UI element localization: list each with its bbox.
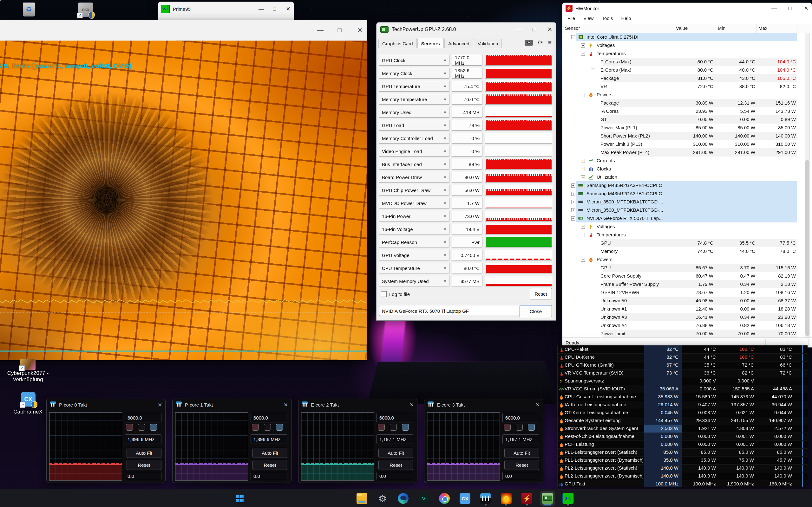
hwm-row-power-max-pl1-[interactable]: Power Max (PL1)85.00 W85.00 W85.00 W [562, 124, 812, 132]
sensor-label-dropdown[interactable]: GPU Temperature▼ [379, 81, 450, 92]
auto-fit-button[interactable]: Auto Fit [378, 448, 413, 458]
hwm-row-16-pin-12vhpwr[interactable]: 16-PIN 12VHPWR78.67 W1.20 W108.16 W [562, 288, 812, 297]
expand-icon[interactable]: + [591, 60, 595, 64]
close-icon[interactable]: ✕ [158, 402, 162, 408]
taskbar-app-settings[interactable]: ⚙ [375, 491, 390, 506]
hwm-row-gpu[interactable]: GPU85.67 W3.70 W115.16 W [562, 264, 812, 272]
sensor-label-dropdown[interactable]: CPU Temperature▼ [379, 263, 450, 274]
expand-icon[interactable]: + [581, 225, 585, 229]
tab-graphics-card[interactable]: Graphics Card [378, 39, 417, 48]
menu-help[interactable]: Help [621, 15, 631, 21]
hwinfo-row-pl1-leistungsgrenzwert-dynamisch-[interactable]: PL1-Leistungsgrenzwert (Dynamisch)35.0 W… [558, 456, 808, 464]
menu-file[interactable]: File [567, 15, 575, 21]
hwm-row-micron-3500-mtfdkba1t0tgd-[interactable]: +Micron_3500_MTFDKBA1T0TGD-... [562, 206, 812, 214]
gpu-select-dropdown[interactable]: NVIDIA GeForce RTX 5070 Ti Laptop GF⌄ [379, 306, 538, 316]
hwm-row-gt[interactable]: GT0.05 W0.00 W0.89 W [562, 115, 812, 124]
collapse-icon[interactable]: − [581, 258, 585, 262]
collapse-icon[interactable]: − [581, 93, 585, 97]
reset-button[interactable]: Reset [252, 460, 287, 470]
hwm-row-clocks[interactable]: +Clocks [562, 165, 812, 173]
taskbar-app-paint[interactable] [437, 491, 452, 506]
hwm-row-unknown-3[interactable]: Unknown #316.41 W0.34 W23.98 W [562, 313, 812, 321]
axis-min-input[interactable]: 0.0 [376, 472, 413, 480]
close-button[interactable]: ✕ [804, 6, 809, 11]
axis-min-input[interactable]: 0.0 [125, 472, 161, 480]
sensor-label-dropdown[interactable]: Memory Used▼ [379, 107, 450, 118]
taskbar-app-edge[interactable] [396, 491, 410, 506]
collapse-icon[interactable]: − [571, 35, 575, 39]
hwinfo-row-vr-vcc-strom-svid-iout-[interactable]: VR VCC Strom (SVID IOUT)35.063 A0.000 A1… [558, 385, 808, 393]
sensor-label-dropdown[interactable]: Memory Controller Load▼ [379, 133, 450, 144]
axis-max-input[interactable]: 6000.0 [251, 413, 287, 422]
color-swatch-2[interactable] [276, 424, 283, 431]
menu-tools[interactable]: Tools [602, 15, 613, 21]
hwm-row-gpu[interactable]: GPU74.8 °C35.5 °C77.5 °C [562, 239, 812, 247]
hwm-row-powers[interactable]: −Powers [562, 256, 812, 264]
expand-icon[interactable]: + [571, 183, 575, 187]
hwm-row-frame-buffer-power-supply[interactable]: Frame Buffer Power Supply1.79 W0.34 W2.1… [562, 280, 812, 288]
expand-icon[interactable]: + [571, 200, 575, 204]
hwm-row-samsung-m435r2ga3pb1-ccplc[interactable]: +Samsung M435R2GA3PB1-CCPLC [562, 189, 812, 198]
hwinfo-row-pl2-leistungsgrenzwert-statisch-[interactable]: PL2-Leistungsgrenzwert (Statisch)140.0 W… [558, 464, 808, 472]
sensor-label-dropdown[interactable]: GPU Load▼ [379, 120, 450, 130]
close-icon[interactable]: ✕ [410, 402, 414, 408]
expand-icon[interactable]: + [591, 68, 595, 72]
clock-window-titlebar[interactable]: P-core 1 Takt✕ [172, 399, 291, 410]
close-button[interactable]: ✕ [357, 27, 362, 33]
axis-min-input[interactable]: 0.0 [251, 472, 287, 480]
capframex-shortcut-icon[interactable]: CX ↗ [21, 392, 36, 406]
sensor-label-dropdown[interactable]: 16-Pin Voltage▼ [379, 224, 450, 234]
close-button[interactable]: ✕ [548, 26, 552, 32]
color-swatch-0[interactable] [126, 424, 133, 431]
color-swatch-2[interactable] [528, 424, 535, 431]
capframex-shortcut-label[interactable]: CapFrameX [6, 409, 50, 415]
hwinfo-row-vr-vcc-temperatur-svid-[interactable]: VR VCC Temperatur (SVID)73 °C36 °C82 °C7… [558, 369, 808, 377]
hwm-row-memory[interactable]: Memory74.0 °C44.0 °C78.0 °C [562, 247, 812, 256]
hwm-row-short-power-max-pl2-[interactable]: Short Power Max (PL2)140.00 W140.00 W140… [562, 132, 812, 140]
hwinfo-row-rest-of-chip-leistungsaufnahme[interactable]: Rest-of-Chip-Leistungsaufnahme0.000 W0.0… [558, 433, 808, 441]
hwm-row-unknown-4[interactable]: Unknown #476.88 W0.82 W106.18 W [562, 321, 812, 330]
sensor-label-dropdown[interactable]: 16-Pin Power▼ [379, 211, 450, 222]
close-button[interactable]: ✕ [286, 6, 291, 12]
hwinfo-row-stromverbrauch-des-system-agent[interactable]: Stromverbrauch des System Agent2.503 W1.… [558, 425, 808, 433]
clock-window-titlebar[interactable]: E-core 3 Takt✕ [424, 399, 543, 410]
collapse-icon[interactable]: − [581, 52, 585, 56]
reset-button[interactable]: Reset [504, 460, 539, 470]
sensor-label-dropdown[interactable]: GPU Chip Power Draw▼ [379, 185, 450, 195]
hwm-row-power-limit-3-pl3-[interactable]: Power Limit 3 (PL3)310.00 W310.00 W310.0… [562, 140, 812, 148]
hwinfo-row-gt-kerne-leistungsaufnahme[interactable]: GT-Kerne Leistungsaufnahme0.045 W0.003 W… [558, 409, 808, 417]
maximize-button[interactable]: □ [272, 6, 277, 12]
recycle-bin-icon[interactable]: ♻ [23, 3, 35, 16]
color-swatch-1[interactable] [264, 424, 271, 431]
gpuz-titlebar[interactable]: TechPowerUp GPU-Z 2.68.0 — □ ✕ [376, 22, 556, 37]
axis-max-input[interactable]: 6000.0 [125, 413, 161, 422]
hwm-row-unknown-0[interactable]: Unknown #046.98 W0.00 W68.37 W [562, 297, 812, 305]
sensor-label-dropdown[interactable]: PerfCap Reason▼ [379, 237, 450, 247]
column-header-sensor[interactable]: Sensor [565, 25, 580, 31]
hwm-row-power-limit[interactable]: Power Limit70.00 W70.00 W70.00 W [562, 330, 812, 338]
hwinfo-row-gesamte-system-leistung[interactable]: Gesamte System-Leistung144.457 W29.334 W… [558, 417, 808, 425]
hwinfo-row-cpu-ia-kerne[interactable]: CPU IA-Kerne82 °C44 °C108 °C83 °C [558, 353, 808, 361]
hwm-row-intel-core-ultra-9-275hx[interactable]: −Intel Core Ultra 9 275HX [562, 33, 812, 41]
color-swatch-0[interactable] [504, 424, 511, 431]
tab-advanced[interactable]: Advanced [444, 39, 473, 48]
sensor-label-dropdown[interactable]: GPU Clock▼ [379, 55, 450, 66]
sensor-label-dropdown[interactable]: Board Power Draw▼ [379, 172, 450, 182]
hwm-row-temperatures[interactable]: −Temperatures [562, 231, 812, 239]
hwm-row-vr[interactable]: VR72.0 °C38.0 °C82.0 °C [562, 82, 812, 91]
clock-window-titlebar[interactable]: P-core 0 Takt✕ [47, 399, 165, 410]
hwm-row-p-cores-max-[interactable]: +P-Cores (Max)80.0 °C44.0 °C104.0 °C [562, 58, 812, 66]
color-swatch-1[interactable] [138, 424, 145, 431]
hwinfo-row-ia-kerne-leistungsaufnahme[interactable]: IA-Kerne Leistungsaufnahme29.014 W9.407 … [558, 401, 808, 409]
reset-button[interactable]: Reset [126, 460, 161, 470]
column-header-min[interactable]: Min [718, 25, 725, 31]
hwinfo-horizontal-scrollbar[interactable] [557, 484, 807, 489]
hwinfo-row-pl1-leistungsgrenzwert-statisch-[interactable]: PL1-Leistungsgrenzwert (Statisch)85.0 W8… [558, 448, 808, 457]
taskbar-app-predator-sense[interactable]: ᐯ [416, 491, 431, 506]
sensor-label-dropdown[interactable]: Bus Interface Load▼ [379, 159, 450, 170]
hwinfo-row-cpu-gesamt-leistungsaufnahme[interactable]: CPU-Gesamt-Leistungsaufnahme35.983 W15.5… [558, 393, 808, 401]
auto-fit-button[interactable]: Auto Fit [126, 448, 161, 458]
camera-icon[interactable] [525, 40, 533, 46]
hwm-row-unknown-1[interactable]: Unknown #112.40 W0.00 W18.28 W [562, 305, 812, 313]
taskbar-app-gpu-z[interactable] [540, 491, 555, 506]
